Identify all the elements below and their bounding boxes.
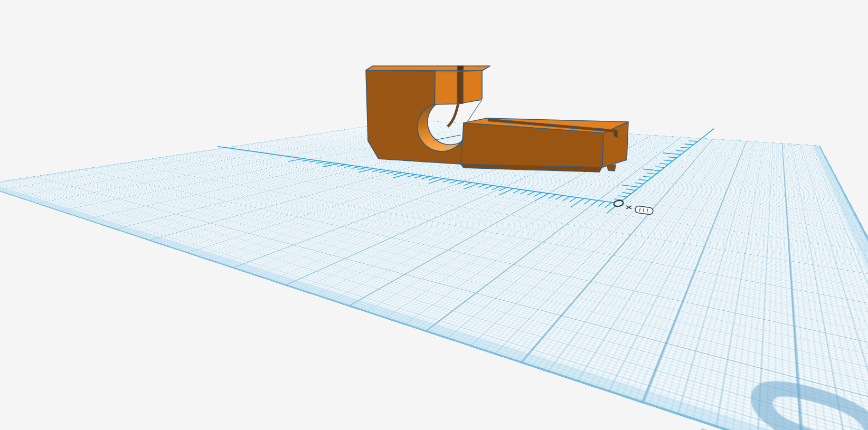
plane-space: Plano de trabajo xyxy=(0,0,868,430)
viewport-3d[interactable]: Plano de trabajo xyxy=(0,0,868,430)
workplane[interactable]: Plano de trabajo xyxy=(0,120,868,430)
workplane-label: Plano de trabajo xyxy=(680,0,868,416)
workplane-corner-logo-icon xyxy=(782,144,799,147)
